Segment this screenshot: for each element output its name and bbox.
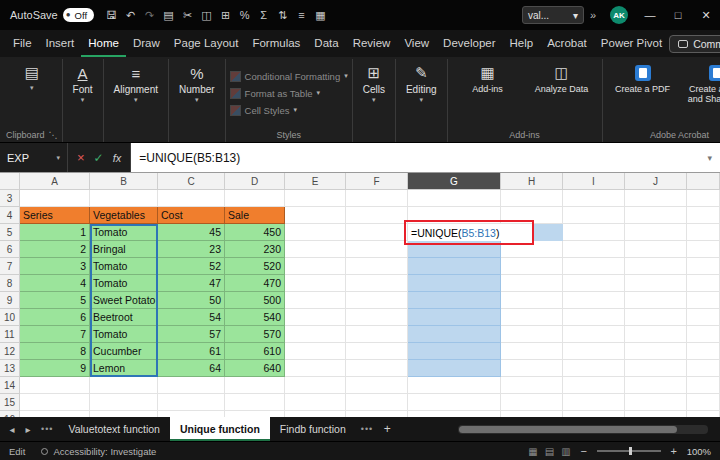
percent-style-icon[interactable]: % (235, 9, 254, 21)
cell-F16[interactable] (346, 411, 408, 417)
cell-E16[interactable] (285, 411, 346, 417)
cell-F8[interactable] (346, 275, 408, 292)
cell-C4[interactable]: Cost (158, 207, 225, 224)
cell-D11[interactable]: 570 (225, 326, 285, 343)
row-header-3[interactable]: 3 (0, 190, 20, 207)
cell-G15[interactable] (408, 394, 501, 411)
cell-A10[interactable]: 6 (20, 309, 90, 326)
cell-F10[interactable] (346, 309, 408, 326)
formula-input[interactable]: =UNIQUE(B5:B13) (131, 143, 699, 172)
cell-C9[interactable]: 50 (158, 292, 225, 309)
cell-H9[interactable] (501, 292, 563, 309)
sheet-nav-right-icon[interactable]: ▸ (20, 424, 36, 435)
zoom-slider[interactable] (597, 450, 661, 452)
cell-I8[interactable] (563, 275, 625, 292)
number-menu-button[interactable]: % Number ▾ (173, 59, 221, 105)
name-search-box[interactable]: val... ▾ (522, 6, 584, 24)
cell-G3[interactable] (408, 190, 501, 207)
cell-A4[interactable]: Series (20, 207, 90, 224)
new-sheet-button[interactable]: + (378, 422, 396, 436)
column-header-I[interactable]: I (563, 173, 625, 190)
cell-J10[interactable] (625, 309, 687, 326)
column-header-D[interactable]: D (225, 173, 285, 190)
cell-E15[interactable] (285, 394, 346, 411)
cell-G14[interactable] (408, 377, 501, 394)
clipboard-icon[interactable]: ▤ (159, 9, 178, 22)
cell-B9[interactable]: Sweet Potato (90, 292, 158, 309)
cell-J12[interactable] (625, 343, 687, 360)
cell-A12[interactable]: 8 (20, 343, 90, 360)
cell-H6[interactable] (501, 241, 563, 258)
cell-I15[interactable] (563, 394, 625, 411)
cell-C5[interactable]: 45 (158, 224, 225, 241)
page-break-view-icon[interactable]: ▥ (561, 446, 570, 457)
tab-page-layout[interactable]: Page Layout (167, 30, 246, 57)
tab-file[interactable]: File (6, 30, 39, 57)
cell-C12[interactable]: 61 (158, 343, 225, 360)
normal-view-icon[interactable]: ▦ (528, 446, 537, 457)
cell-E9[interactable] (285, 292, 346, 309)
cut-icon[interactable]: ✂ (178, 9, 197, 22)
cell-H7[interactable] (501, 258, 563, 275)
cell-F14[interactable] (346, 377, 408, 394)
cell-B3[interactable] (90, 190, 158, 207)
cell-G16[interactable] (408, 411, 501, 417)
row-header-5[interactable]: 5 (0, 224, 20, 241)
cell-A14[interactable] (20, 377, 90, 394)
cell-A16[interactable] (20, 411, 90, 417)
cell-I6[interactable] (563, 241, 625, 258)
row-header-11[interactable]: 11 (0, 326, 20, 343)
cell-I11[interactable] (563, 326, 625, 343)
cell-D15[interactable] (225, 394, 285, 411)
cell-D14[interactable] (225, 377, 285, 394)
cell-E8[interactable] (285, 275, 346, 292)
select-all-corner[interactable] (0, 173, 20, 190)
merge-icon[interactable]: ⊞ (216, 9, 235, 22)
cell-H16[interactable] (501, 411, 563, 417)
sheet-tab-findb[interactable]: Findb function (270, 417, 356, 441)
column-header-J[interactable]: J (625, 173, 687, 190)
cell-E14[interactable] (285, 377, 346, 394)
cancel-entry-icon[interactable]: × (77, 150, 85, 165)
cell-E6[interactable] (285, 241, 346, 258)
font-menu-button[interactable]: A Font ▾ (67, 59, 99, 105)
close-button[interactable]: ✕ (692, 0, 720, 30)
column-header-F[interactable]: F (346, 173, 408, 190)
zoom-in-button[interactable]: + (668, 445, 680, 457)
cell-B4[interactable]: Vegetables (90, 207, 158, 224)
cell-B12[interactable]: Cucumber (90, 343, 158, 360)
cell-J16[interactable] (625, 411, 687, 417)
sheet-tabs-overflow-right-icon[interactable]: ••• (356, 424, 378, 434)
cell-C8[interactable]: 47 (158, 275, 225, 292)
cell-C14[interactable] (158, 377, 225, 394)
tab-insert[interactable]: Insert (39, 30, 82, 57)
cell-D8[interactable]: 470 (225, 275, 285, 292)
row-header-14[interactable]: 14 (0, 377, 20, 394)
editing-menu-button[interactable]: ✎ Editing ▾ (400, 59, 443, 105)
tab-review[interactable]: Review (346, 30, 398, 57)
cell-E13[interactable] (285, 360, 346, 377)
sheet-tab-unique[interactable]: Unique function (170, 417, 270, 441)
cell-I3[interactable] (563, 190, 625, 207)
paste-button[interactable]: ▤ ▾ (19, 59, 45, 93)
cell-F5[interactable] (346, 224, 408, 241)
enter-entry-icon[interactable]: ✓ (94, 151, 104, 165)
cell-E7[interactable] (285, 258, 346, 275)
tab-acrobat[interactable]: Acrobat (540, 30, 594, 57)
column-header-B[interactable]: B (90, 173, 158, 190)
cell-F9[interactable] (346, 292, 408, 309)
cell-C11[interactable]: 57 (158, 326, 225, 343)
cell-B8[interactable]: Tomato (90, 275, 158, 292)
cell-D5[interactable]: 450 (225, 224, 285, 241)
comments-button[interactable]: Comments ▾ (669, 35, 720, 53)
cell-styles-button[interactable]: Cell Styles ▾ (230, 103, 297, 118)
maximize-button[interactable]: □ (664, 0, 692, 30)
align-icon[interactable]: ≡ (292, 9, 311, 21)
cell-C7[interactable]: 52 (158, 258, 225, 275)
cell-B15[interactable] (90, 394, 158, 411)
cell-A13[interactable]: 9 (20, 360, 90, 377)
cell-A3[interactable] (20, 190, 90, 207)
cell-F4[interactable] (346, 207, 408, 224)
row-header-6[interactable]: 6 (0, 241, 20, 258)
cell-B13[interactable]: Lemon (90, 360, 158, 377)
